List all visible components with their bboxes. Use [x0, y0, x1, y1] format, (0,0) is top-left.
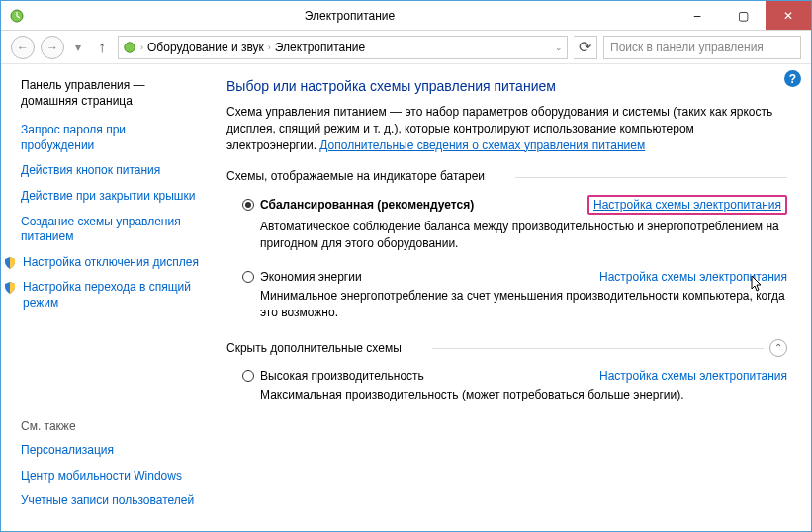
additional-plans-group: Скрыть дополнительные схемы ⌃: [226, 339, 787, 357]
group-label-additional: Скрыть дополнительные схемы: [226, 341, 426, 355]
radio-saver[interactable]: Экономия энергии: [242, 270, 362, 284]
change-plan-high-perf-link[interactable]: Настройка схемы электропитания: [599, 369, 787, 383]
maximize-button[interactable]: ▢: [720, 1, 766, 30]
plan-saver: Экономия энергии Настройка схемы электро…: [242, 270, 787, 321]
plan-balanced: Сбалансированная (рекомендуется) Настрой…: [242, 195, 787, 252]
minimize-button[interactable]: –: [675, 1, 720, 30]
sidebar-link-mobility[interactable]: Центр мобильности Windows: [21, 469, 199, 485]
sidebar: Панель управления — домашняя страница За…: [1, 64, 209, 531]
close-button[interactable]: ✕: [766, 1, 811, 30]
radio-icon: [242, 370, 254, 382]
shield-icon: [3, 281, 17, 295]
main-panel: ? Выбор или настройка схемы управления п…: [209, 64, 811, 531]
change-plan-balanced-link[interactable]: Настройка схемы электропитания: [587, 195, 787, 215]
radio-icon: [242, 271, 254, 283]
window-title: Электропитание: [25, 9, 675, 23]
plan-balanced-label: Сбалансированная (рекомендуется): [260, 198, 474, 212]
plan-saver-label: Экономия энергии: [260, 270, 362, 284]
back-button[interactable]: ←: [11, 36, 35, 59]
control-panel-home[interactable]: Панель управления — домашняя страница: [21, 78, 199, 109]
page-title: Выбор или настройка схемы управления пит…: [226, 78, 787, 94]
titlebar: Электропитание – ▢ ✕: [1, 1, 811, 31]
navbar: ← → ▾ ↑ › Оборудование и звук › Электроп…: [1, 31, 811, 64]
window-controls: – ▢ ✕: [675, 1, 811, 30]
help-icon[interactable]: ?: [784, 70, 801, 87]
battery-plans-group: Схемы, отображаемые на индикаторе батаре…: [226, 169, 787, 183]
power-options-icon: [9, 8, 25, 24]
breadcrumb-dropdown-icon[interactable]: ⌄: [555, 43, 563, 52]
forward-button[interactable]: →: [41, 36, 64, 59]
change-plan-saver-link[interactable]: Настройка схемы электропитания: [599, 270, 787, 284]
breadcrumb[interactable]: › Оборудование и звук › Электропитание ⌄: [118, 36, 568, 59]
up-button[interactable]: ↑: [92, 38, 112, 57]
group-label-battery: Схемы, отображаемые на индикаторе батаре…: [226, 169, 509, 183]
plan-high-perf: Высокая производительность Настройка схе…: [242, 369, 787, 403]
sidebar-link-display-off[interactable]: Настройка отключения дисплея: [3, 255, 199, 271]
sidebar-link-create-plan[interactable]: Создание схемы управления питанием: [21, 215, 199, 245]
breadcrumb-item-power[interactable]: Электропитание: [275, 41, 365, 54]
radio-balanced[interactable]: Сбалансированная (рекомендуется): [242, 198, 474, 212]
search-placeholder: Поиск в панели управления: [610, 41, 764, 54]
radio-high-perf[interactable]: Высокая производительность: [242, 369, 424, 383]
shield-icon: [3, 256, 17, 270]
intro-link[interactable]: Дополнительные сведения о схемах управле…: [319, 138, 645, 152]
sidebar-link-lid[interactable]: Действие при закрытии крышки: [21, 189, 199, 205]
search-input[interactable]: Поиск в панели управления: [603, 36, 801, 59]
intro-text: Схема управления питанием — это набор па…: [226, 104, 787, 153]
sidebar-link-password[interactable]: Запрос пароля при пробуждении: [21, 123, 199, 153]
sidebar-link-personalization[interactable]: Персонализация: [21, 443, 199, 459]
plan-saver-desc: Минимальное энергопотребление за счет ум…: [260, 288, 787, 321]
see-also-heading: См. также: [21, 419, 199, 433]
sidebar-link-accounts[interactable]: Учетные записи пользователей: [21, 493, 199, 509]
see-also-section: См. также Персонализация Центр мобильнос…: [21, 419, 199, 519]
history-dropdown[interactable]: ▾: [70, 36, 86, 59]
collapse-button[interactable]: ⌃: [769, 339, 787, 357]
plan-high-perf-desc: Максимальная производительность (может п…: [260, 387, 787, 403]
breadcrumb-root-icon[interactable]: ›: [123, 41, 143, 54]
plan-high-perf-label: Высокая производительность: [260, 369, 424, 383]
content: Панель управления — домашняя страница За…: [1, 64, 811, 531]
refresh-button[interactable]: ⟳: [574, 36, 597, 59]
breadcrumb-item-hardware[interactable]: Оборудование и звук: [147, 41, 264, 54]
plan-balanced-desc: Автоматическое соблюдение баланса между …: [260, 219, 787, 252]
radio-icon: [242, 199, 254, 211]
svg-point-1: [125, 42, 135, 52]
sidebar-link-sleep[interactable]: Настройка перехода в спящий режим: [3, 280, 199, 310]
sidebar-link-buttons[interactable]: Действия кнопок питания: [21, 163, 199, 179]
chevron-right-icon: ›: [268, 43, 271, 52]
